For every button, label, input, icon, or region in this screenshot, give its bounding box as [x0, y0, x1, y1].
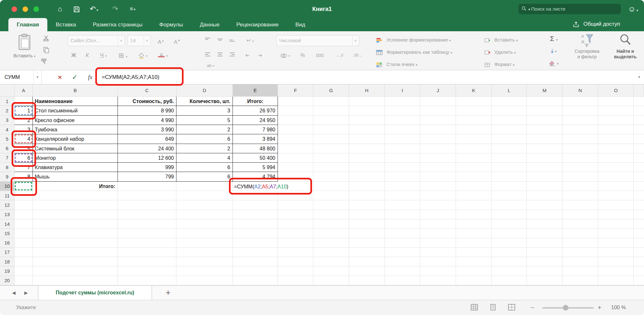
column-header-M[interactable]: M [527, 84, 563, 97]
cell-B10[interactable]: Итого: [33, 182, 118, 191]
insert-cells-button[interactable]: Вставить ▾ [485, 35, 518, 45]
select-all-corner[interactable] [0, 84, 14, 97]
find-select-button[interactable]: Найти и выделить [609, 33, 641, 60]
cell-A3[interactable]: 2 [14, 116, 33, 125]
font-size-select[interactable]: 14▾ [128, 35, 151, 46]
cell-D1[interactable]: Количество, шт. [176, 97, 233, 106]
column-header-O[interactable]: O [598, 84, 634, 97]
tab-5[interactable]: Данные [192, 18, 228, 31]
font-color-button[interactable]: А ▾ [154, 50, 172, 61]
align-right-button[interactable] [227, 50, 238, 61]
cell-D6[interactable]: 2 [176, 144, 233, 153]
accounting-format-button[interactable]: ▾ [276, 50, 294, 61]
row-header-8[interactable]: 8 [0, 163, 14, 172]
row-header-2[interactable]: 2 [0, 106, 14, 115]
row-header-12[interactable]: 12 [0, 200, 14, 210]
row-header-16[interactable]: 16 [0, 238, 14, 248]
column-header-I[interactable]: I [385, 84, 420, 97]
paste-button[interactable]: Вставить ▾ [10, 34, 39, 67]
cell-C9[interactable]: 799 [118, 172, 176, 181]
zoom-in-button[interactable]: + [598, 300, 601, 315]
align-left-button[interactable] [202, 50, 213, 61]
cell-B8[interactable]: Клавиатура [33, 163, 118, 172]
cell-E7[interactable]: 50 400 [233, 153, 278, 163]
cell-B6[interactable]: Системный блок [33, 144, 118, 153]
cell-B5[interactable]: Канцелярский набор [33, 134, 118, 144]
cell-D2[interactable]: 3 [176, 106, 233, 115]
copy-button[interactable] [41, 47, 52, 56]
row-header-7[interactable]: 7 [0, 153, 14, 163]
cell-D7[interactable]: 4 [176, 153, 233, 163]
align-top-button[interactable] [202, 35, 213, 46]
name-box[interactable]: СУММ▾ [0, 70, 42, 84]
insert-function-button[interactable]: fx [83, 70, 97, 84]
cell-C3[interactable]: 4 990 [118, 116, 176, 125]
cell-E3[interactable]: 24 950 [233, 116, 278, 125]
row-header-3[interactable]: 3 [0, 116, 14, 125]
zoom-slider-knob[interactable] [563, 305, 568, 310]
fill-color-button[interactable]: ▾ [134, 50, 152, 61]
row-header-17[interactable]: 17 [0, 248, 14, 257]
normal-view-icon[interactable] [471, 304, 478, 310]
cell-B9[interactable]: Мышь [33, 172, 118, 181]
row-header-11[interactable]: 11 [0, 191, 14, 200]
align-bottom-button[interactable] [227, 35, 238, 46]
tab-2[interactable]: Вставка [47, 18, 84, 31]
cell-C6[interactable]: 24 400 [118, 144, 176, 153]
tab-3[interactable]: Разметка страницы [84, 18, 151, 31]
cell-E6[interactable]: 48 800 [233, 144, 278, 153]
comma-style-button[interactable]: 000 [311, 50, 328, 61]
cell-B7[interactable]: Монитор [33, 153, 118, 163]
cell-C1[interactable]: Стоимость, руб. [118, 97, 176, 106]
column-header-G[interactable]: G [313, 84, 349, 97]
cell-C5[interactable]: 649 [118, 134, 176, 144]
cell-E9[interactable]: 4 794 [233, 172, 278, 181]
row-header-5[interactable]: 5 [0, 134, 14, 144]
cell-B3[interactable]: Кресло офисное [33, 116, 118, 125]
cell-D3[interactable]: 5 [176, 116, 233, 125]
clear-button[interactable]: ▾ [545, 58, 563, 68]
format-painter-button[interactable] [39, 58, 50, 68]
percent-style-button[interactable]: % [296, 50, 309, 61]
row-header-4[interactable]: 4 [0, 125, 14, 134]
cell-B4[interactable]: Тумбочка [33, 125, 118, 134]
column-header-D[interactable]: D [176, 84, 233, 97]
row-header-13[interactable]: 13 [0, 210, 14, 219]
align-center-button[interactable] [214, 50, 225, 61]
row-header-15[interactable]: 15 [0, 229, 14, 238]
column-header-C[interactable]: C [118, 84, 176, 97]
cell-C8[interactable]: 999 [118, 163, 176, 172]
add-sheet-button[interactable]: + [161, 286, 175, 300]
tab-7[interactable]: Вид [287, 18, 314, 31]
number-format-select[interactable]: Числовой▾ [276, 35, 359, 46]
cell-C7[interactable]: 12 600 [118, 153, 176, 163]
tab-1[interactable]: Главная [8, 18, 47, 31]
row-header-1[interactable]: 1 [0, 97, 14, 106]
tab-4[interactable]: Формулы [151, 18, 192, 31]
cell-D5[interactable]: 6 [176, 134, 233, 144]
bold-button[interactable]: Ж [68, 50, 80, 61]
delete-cells-button[interactable]: Удалить ▾ [485, 47, 516, 57]
conditional-formatting-button[interactable]: Условное форматирование ▾ [376, 35, 451, 45]
formula-bar-expand-icon[interactable]: ▾ [638, 70, 640, 84]
column-header-B[interactable]: B [33, 84, 118, 97]
cell-E4[interactable]: 7 980 [233, 125, 278, 134]
cut-button[interactable] [41, 35, 52, 45]
cell-A8[interactable]: 7 [14, 163, 33, 172]
column-header-H[interactable]: H [349, 84, 385, 97]
row-header-6[interactable]: 6 [0, 144, 14, 153]
row-header-18[interactable]: 18 [0, 257, 14, 266]
zoom-out-button[interactable]: − [531, 300, 535, 315]
font-name-select[interactable]: Calibri (Осн...▾ [68, 35, 125, 46]
text-orientation-button[interactable]: ab ▾ [202, 62, 219, 69]
smiley-icon[interactable]: ☺▾ [628, 4, 638, 15]
increase-indent-button[interactable]: ⇥ [254, 50, 265, 61]
cell-styles-button[interactable]: Стили ячеек ▾ [376, 60, 417, 69]
sort-filter-button[interactable]: А Я Сортировка и фильтр [568, 33, 606, 60]
cell-B1[interactable]: Наименование [33, 97, 118, 106]
cell-D9[interactable]: 6 [176, 172, 233, 181]
page-break-view-icon[interactable] [508, 304, 515, 310]
format-as-table-button[interactable]: Форматировать как таблицу ▾ [376, 47, 452, 57]
cell-E5[interactable]: 3 894 [233, 134, 278, 144]
align-middle-button[interactable] [214, 35, 225, 46]
